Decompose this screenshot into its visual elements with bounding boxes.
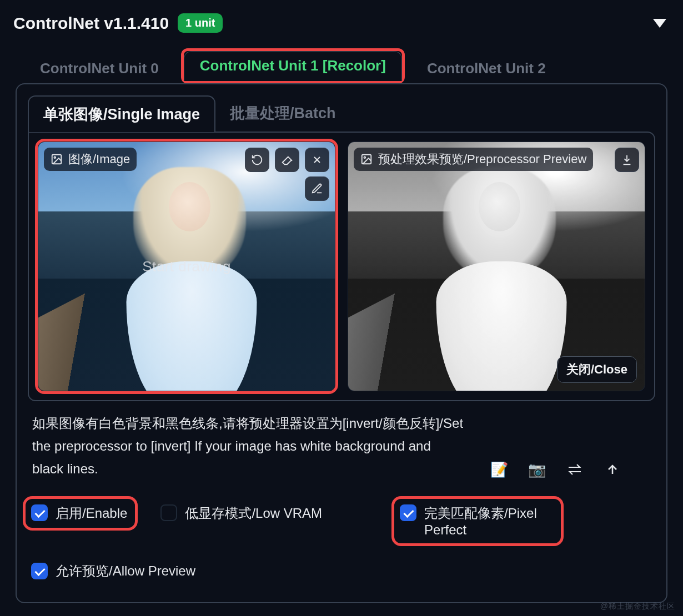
svg-point-3 <box>364 156 365 158</box>
invert-hint-text: 如果图像有白色背景和黑色线条,请将预处理器设置为[invert/颜色反转]/Se… <box>32 412 465 480</box>
tab-single-image[interactable]: 单张图像/Single Image <box>28 95 215 132</box>
unit-panel: 单张图像/Single Image 批量处理/Batch 图像/Image <box>16 83 667 603</box>
tab-batch[interactable]: 批量处理/Batch <box>215 95 350 132</box>
panel-title: ControlNet v1.1.410 <box>13 14 169 33</box>
svg-point-1 <box>54 156 56 158</box>
unit-tabs: ControlNet Unit 0 ControlNet Unit 1 [Rec… <box>24 48 670 84</box>
draw-button[interactable] <box>305 176 329 201</box>
download-preview-button[interactable] <box>615 148 639 172</box>
enable-checkbox-row: 启用/Enable <box>26 499 135 528</box>
send-dimensions-button[interactable] <box>603 460 622 479</box>
preview-image-slot: 预处理效果预览/Preprocessor Preview 关闭/Close <box>348 142 645 391</box>
webcam-button[interactable]: 📷 <box>528 460 546 479</box>
undo-icon <box>251 154 263 166</box>
tool-row: 📝 📷 <box>490 460 622 479</box>
watermark: @稀土掘金技术社区 <box>600 602 675 612</box>
tab-unit-1[interactable]: ControlNet Unit 1 [Recolor] <box>184 51 402 81</box>
preview-label: 预处理效果预览/Preprocessor Preview <box>354 148 593 171</box>
new-canvas-button[interactable]: 📝 <box>490 460 509 479</box>
eraser-icon <box>281 154 293 166</box>
pixel-perfect-checkbox[interactable] <box>400 504 416 521</box>
low-vram-checkbox-row: 低显存模式/Low VRAM <box>160 504 322 522</box>
highlight-tab: ControlNet Unit 1 [Recolor] <box>181 48 405 84</box>
image-icon <box>360 153 373 165</box>
input-image-label: 图像/Image <box>44 148 137 171</box>
tab-unit-2[interactable]: ControlNet Unit 2 <box>411 54 561 84</box>
pencil-icon <box>311 183 323 195</box>
collapse-caret-icon[interactable] <box>653 19 666 28</box>
remove-button[interactable] <box>305 148 329 172</box>
allow-preview-checkbox[interactable] <box>31 563 48 579</box>
image-row: 图像/Image Start drawing <box>28 132 655 401</box>
swap-dimensions-button[interactable] <box>565 460 584 479</box>
pixel-perfect-checkbox-row: 完美匹配像素/Pixel Perfect <box>394 499 561 543</box>
input-image-slot[interactable]: 图像/Image Start drawing <box>38 142 335 391</box>
undo-button[interactable] <box>245 148 269 172</box>
start-drawing-overlay: Start drawing <box>142 258 231 275</box>
erase-button[interactable] <box>275 148 299 172</box>
download-icon <box>621 154 633 166</box>
input-mode-tabs: 单张图像/Single Image 批量处理/Batch <box>28 95 655 132</box>
low-vram-checkbox[interactable] <box>160 504 177 521</box>
pixel-perfect-label: 完美匹配像素/Pixel Perfect <box>424 504 553 538</box>
arrow-up-icon <box>606 463 619 476</box>
enable-checkbox[interactable] <box>31 504 48 521</box>
image-icon <box>51 153 63 165</box>
tab-unit-0[interactable]: ControlNet Unit 0 <box>24 54 174 84</box>
close-icon <box>312 154 323 165</box>
allow-preview-label: 允许预览/Allow Preview <box>56 562 195 580</box>
low-vram-label: 低显存模式/Low VRAM <box>185 504 322 522</box>
swap-icon <box>566 463 583 476</box>
close-preview-button[interactable]: 关闭/Close <box>557 356 637 383</box>
unit-count-badge: 1 unit <box>178 13 223 33</box>
enable-label: 启用/Enable <box>56 504 127 522</box>
